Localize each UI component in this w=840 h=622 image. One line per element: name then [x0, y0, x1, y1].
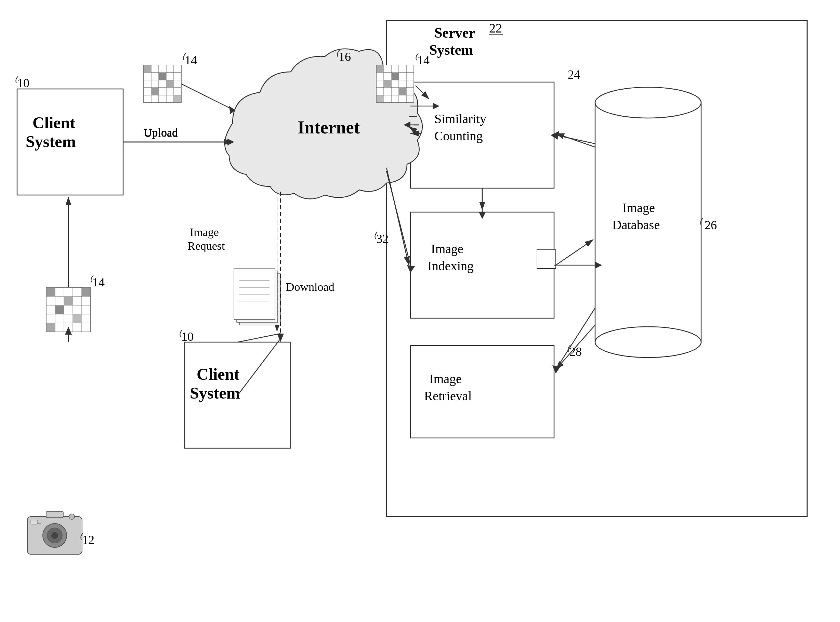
svg-rect-53	[47, 323, 55, 332]
image-indexing-label2: Indexing	[428, 259, 474, 273]
ref-32: 32	[376, 232, 388, 245]
ref-16: 16	[339, 50, 351, 64]
svg-rect-59	[46, 511, 63, 518]
ref-24: 24	[568, 68, 580, 81]
internet-label: Internet	[298, 118, 360, 137]
svg-point-9	[595, 327, 701, 358]
svg-rect-49	[47, 288, 55, 296]
similarity-counting-label2: Counting	[434, 129, 482, 143]
diagram-svg: Server System 22 Similarity Counting Ima…	[0, 0, 840, 622]
svg-rect-52	[73, 314, 82, 323]
svg-rect-23	[167, 81, 174, 88]
svg-rect-51	[55, 305, 64, 314]
server-system-label2: System	[429, 42, 473, 58]
svg-rect-22	[159, 73, 166, 80]
client-system-2-label1: Client	[197, 365, 239, 383]
image-retrieval-label2: Retrieval	[424, 389, 472, 403]
download-label: Download	[286, 281, 335, 293]
svg-rect-24	[152, 88, 159, 95]
ref-26: 26	[705, 218, 717, 232]
svg-rect-65	[234, 268, 275, 320]
image-retrieval-label1: Image	[429, 372, 462, 386]
svg-rect-21	[144, 66, 151, 73]
svg-rect-54	[82, 288, 90, 296]
client-system-1-label2: System	[26, 133, 76, 151]
svg-rect-50	[64, 297, 73, 305]
ref-10-1: 10	[17, 76, 29, 90]
svg-point-58	[51, 532, 58, 539]
server-system-label: Server	[434, 25, 475, 41]
client-system-1-label1: Client	[32, 114, 75, 132]
ref-22: 22	[489, 21, 502, 35]
svg-rect-38	[399, 88, 406, 95]
ref-14-3: 14	[92, 275, 105, 289]
image-db-label2: Database	[612, 218, 660, 232]
svg-rect-35	[377, 66, 384, 73]
image-db-label1: Image	[622, 200, 655, 215]
svg-point-8	[595, 87, 701, 118]
ref-10-2: 10	[181, 330, 193, 343]
svg-rect-5	[537, 250, 556, 268]
svg-point-60	[69, 514, 75, 519]
ref-12: 12	[82, 533, 94, 547]
image-request-label1: Image	[190, 226, 219, 238]
diagram-container: Server System 22 Similarity Counting Ima…	[0, 0, 840, 622]
ref-14-1: 14	[185, 53, 197, 67]
svg-rect-37	[384, 81, 391, 88]
similarity-counting-label1: Similarity	[434, 111, 486, 126]
svg-rect-36	[392, 73, 399, 80]
upload-label-final: Upload	[144, 126, 178, 139]
svg-rect-62	[31, 520, 38, 524]
image-indexing-label1: Image	[431, 242, 463, 256]
svg-rect-39	[377, 96, 384, 102]
download-docs-icon	[234, 268, 280, 325]
ref-14-2: 14	[417, 53, 429, 67]
camera-icon	[27, 511, 82, 554]
client-system-2-label2: System	[190, 384, 240, 402]
image-request-label2: Request	[187, 239, 225, 252]
svg-rect-25	[174, 96, 181, 102]
